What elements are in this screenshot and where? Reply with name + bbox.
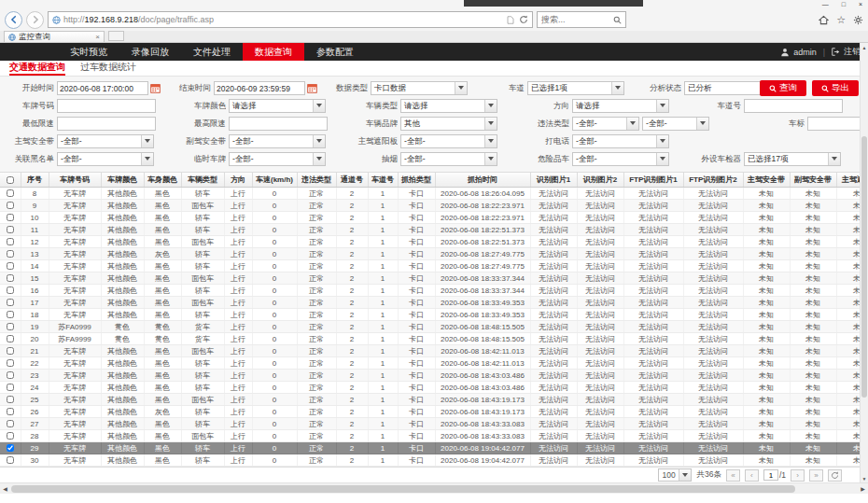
row-checkbox[interactable]	[7, 274, 14, 282]
row-checkbox[interactable]	[7, 347, 14, 355]
direction-select[interactable]: 请选择	[572, 99, 669, 113]
address-bar[interactable]: http://192.168.9.218/doc/page/traffic.as…	[48, 11, 533, 28]
table-row[interactable]: 15无车牌其他颜色黑色面包车上行0正常21卡口2020-06-08 18:33:…	[0, 272, 868, 285]
search-input[interactable]	[541, 15, 605, 24]
subnav-tab-traffic-stats[interactable]: 过车数据统计	[80, 61, 136, 76]
row-checkbox[interactable]	[7, 189, 14, 197]
favorites-icon[interactable]: ☆	[836, 15, 846, 25]
table-row[interactable]: 14无车牌其他颜色黑色轿车上行0正常21卡口2020-06-08 18:27:4…	[0, 260, 868, 272]
nav-item-config[interactable]: 参数配置	[304, 43, 366, 61]
select-all-checkbox[interactable]	[7, 176, 14, 184]
horizontal-scrollbar-thumb[interactable]	[11, 485, 795, 493]
close-button[interactable]: ×	[859, 0, 862, 8]
table-row[interactable]: 25无车牌其他颜色黑色面包车上行0正常21卡口2020-06-08 18:43:…	[0, 394, 868, 406]
vehicle-type-select[interactable]: 请选择	[400, 99, 497, 113]
lane-select[interactable]: 已选择1项	[527, 81, 624, 95]
row-checkbox[interactable]	[7, 335, 14, 342]
browser-forward-button[interactable]	[26, 11, 44, 29]
driver-belt-select[interactable]: -全部-	[57, 134, 154, 148]
new-tab-button[interactable]	[108, 31, 124, 41]
table-row[interactable]: 26无车牌其他颜色灰色轿车上行0正常21卡口2020-06-08 18:43:1…	[0, 406, 868, 418]
row-checkbox[interactable]	[7, 262, 14, 270]
nav-item-live-preview[interactable]: 实时预览	[58, 43, 119, 61]
vertical-scrollbar-thumb[interactable]	[861, 136, 867, 398]
table-row[interactable]: 20苏FA9999黄色黄色货车上行0正常21卡口2020-06-08 18:48…	[0, 333, 868, 345]
data-type-select[interactable]: 卡口数据	[371, 81, 468, 95]
search-icon[interactable]	[613, 16, 622, 24]
row-checkbox[interactable]	[7, 250, 14, 258]
sun-visor-select[interactable]: -全部-	[400, 134, 497, 148]
export-button[interactable]: 导出	[812, 80, 859, 96]
table-row[interactable]: 16无车牌其他颜色黑色轿车上行0正常21卡口2020-06-08 18:33:3…	[0, 285, 868, 297]
refresh-list-button[interactable]	[828, 469, 842, 482]
row-checkbox[interactable]	[7, 420, 14, 427]
table-row[interactable]: 30无车牌其他颜色黑色轿车上行0正常21卡口2020-06-08 19:04:4…	[0, 454, 868, 467]
nav-item-file-manage[interactable]: 文件处理	[181, 43, 243, 61]
row-checkbox[interactable]	[7, 286, 14, 294]
phone-call-select[interactable]: -全部-	[572, 134, 669, 148]
table-row[interactable]: 11无车牌其他颜色黑色轿车上行0正常21卡口2020-06-08 18:22:5…	[0, 224, 868, 236]
row-checkbox[interactable]	[7, 311, 14, 318]
max-speed-input[interactable]	[229, 117, 328, 131]
row-checkbox[interactable]	[7, 238, 14, 245]
external-device-select[interactable]: 已选择17项	[744, 152, 841, 166]
row-checkbox[interactable]	[7, 202, 14, 209]
table-row[interactable]: 17无车牌其他颜色黑色面包车上行0正常21卡口2020-06-08 18:33:…	[0, 297, 868, 309]
table-row[interactable]: 19苏FA0999黄色黄色货车上行0正常21卡口2020-06-08 18:48…	[0, 321, 868, 333]
tab-close-icon[interactable]: ×	[95, 34, 100, 41]
row-checkbox[interactable]	[7, 226, 14, 233]
vehicle-brand-select[interactable]: 其他	[400, 117, 497, 131]
scroll-left-icon[interactable]: ◀	[0, 483, 10, 494]
browser-tab[interactable]: 监控查询 ×	[4, 31, 105, 42]
home-icon[interactable]	[819, 15, 829, 25]
tools-icon[interactable]	[853, 15, 863, 25]
nav-item-data-query[interactable]: 数据查询	[243, 43, 304, 61]
row-checkbox[interactable]	[7, 384, 14, 391]
row-checkbox[interactable]	[7, 444, 14, 452]
row-checkbox[interactable]	[7, 408, 14, 415]
last-page-button[interactable]: »	[809, 469, 823, 482]
violation-type-select-2[interactable]: -全部-	[642, 117, 709, 131]
browser-search-box[interactable]	[537, 11, 626, 28]
minimize-button[interactable]: —	[822, 0, 829, 8]
dangerous-vehicle-select[interactable]: -全部-	[572, 152, 669, 166]
blacklist-select[interactable]: -全部-	[57, 152, 154, 166]
codriver-belt-select[interactable]: -全部-	[229, 134, 326, 148]
page-input[interactable]	[763, 469, 778, 481]
smoking-select[interactable]: -全部-	[400, 152, 497, 166]
table-row[interactable]: 27无车牌其他颜色黑色轿车上行0正常21卡口2020-06-08 18:43:3…	[0, 418, 868, 430]
query-button[interactable]: 查询	[760, 80, 806, 96]
row-checkbox[interactable]	[7, 323, 14, 330]
table-row[interactable]: 22无车牌其他颜色黑色轿车上行0正常21卡口2020-06-08 18:42:1…	[0, 357, 868, 370]
scroll-right-icon[interactable]: ▶	[858, 483, 868, 494]
page-size-select[interactable]: 100	[658, 468, 692, 482]
row-checkbox[interactable]	[7, 456, 14, 464]
start-time-input[interactable]	[57, 81, 148, 95]
plate-no-input[interactable]	[57, 99, 156, 113]
logout-button[interactable]: 注销	[844, 46, 861, 58]
calendar-icon[interactable]	[150, 83, 161, 93]
table-row[interactable]: 18无车牌其他颜色黑色轿车上行0正常21卡口2020-06-08 18:33:4…	[0, 309, 868, 321]
row-checkbox[interactable]	[7, 299, 14, 306]
browser-back-button[interactable]	[5, 11, 22, 29]
prev-page-button[interactable]: ‹	[745, 469, 759, 482]
min-speed-input[interactable]	[57, 117, 156, 131]
violation-type-select[interactable]: -全部-	[572, 117, 639, 131]
compatibility-icon[interactable]	[507, 16, 514, 24]
table-row[interactable]: 28无车牌其他颜色黑色面包车上行0正常21卡口2020-06-08 18:43:…	[0, 430, 868, 442]
subnav-tab-traffic-data-query[interactable]: 交通数据查询	[9, 61, 65, 76]
vertical-scrollbar[interactable]: ▲ ▼	[860, 43, 868, 482]
next-page-button[interactable]: ›	[791, 469, 805, 482]
maximize-button[interactable]: □	[842, 0, 846, 8]
temp-plate-select[interactable]: -全部-	[229, 152, 326, 166]
table-row[interactable]: 8无车牌其他颜色黑色轿车上行0正常21卡口2020-06-08 18:26:04…	[0, 188, 868, 200]
table-row[interactable]: 21无车牌其他颜色黑色面包车上行0正常21卡口2020-06-08 18:42:…	[0, 345, 868, 357]
end-time-input[interactable]	[214, 81, 305, 95]
row-checkbox[interactable]	[7, 359, 14, 367]
row-checkbox[interactable]	[7, 396, 14, 403]
scroll-down-icon[interactable]: ▼	[861, 474, 868, 482]
refresh-icon[interactable]	[519, 15, 528, 24]
nav-item-playback[interactable]: 录像回放	[119, 43, 181, 61]
table-row[interactable]: 10无车牌其他颜色黑色轿车上行0正常21卡口2020-06-08 18:22:2…	[0, 212, 868, 224]
scroll-up-icon[interactable]: ▲	[861, 43, 868, 51]
